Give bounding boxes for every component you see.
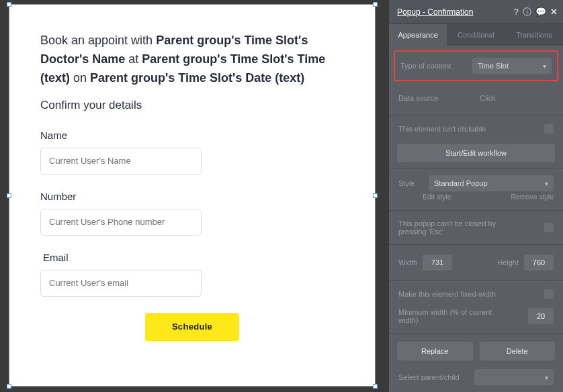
not-clickable-checkbox[interactable]	[544, 124, 554, 134]
divider	[389, 168, 563, 168]
resize-handle[interactable]	[7, 193, 11, 198]
fixed-width-checkbox[interactable]	[544, 289, 554, 299]
fixed-width-label: Make this element fixed-width	[398, 290, 496, 298]
chevron-down-icon: ▾	[543, 62, 546, 70]
panel-header-icons: ? ⓘ 💬 ✕	[514, 6, 558, 18]
type-of-content-value: Time Slot	[478, 62, 509, 70]
popup-heading: Book an appoint with Parent group's Time…	[40, 32, 344, 88]
field-email: Email	[40, 252, 344, 297]
not-clickable-label: This element isn't clickable	[398, 125, 486, 133]
select-parent-row: Select parent/child ▾	[389, 364, 563, 390]
esc-label: This popup can't be closed by pressing '…	[398, 219, 519, 236]
property-panel: Popup - Confirmation ? ⓘ 💬 ✕ Appearance …	[389, 0, 563, 392]
type-of-content-select[interactable]: Time Slot ▾	[472, 58, 552, 74]
type-of-content-row: Type of content Time Slot ▾	[394, 50, 558, 81]
style-links: Edit style Remove style	[389, 193, 563, 206]
edit-style-link[interactable]: Edit style	[423, 193, 451, 201]
style-select[interactable]: Standard Popup ▾	[429, 175, 554, 191]
min-width-row: Minimum width (% of current width)	[389, 303, 563, 329]
panel-title[interactable]: Popup - Confirmation	[397, 7, 514, 17]
name-input[interactable]	[40, 148, 202, 175]
field-name: Name	[40, 130, 344, 175]
divider	[389, 333, 563, 334]
data-source-label: Data source	[398, 94, 438, 102]
resize-handle[interactable]	[7, 384, 11, 389]
panel-tabs: Appearance Conditional Transitions	[389, 24, 563, 46]
resize-handle[interactable]	[7, 2, 11, 7]
heading-at: at	[125, 52, 142, 66]
tab-appearance[interactable]: Appearance	[389, 24, 447, 46]
divider	[389, 210, 563, 211]
height-input[interactable]	[524, 254, 554, 271]
divider	[389, 244, 563, 245]
data-source-value[interactable]: Click	[474, 90, 554, 106]
schedule-button[interactable]: Schedule	[145, 313, 239, 341]
resize-handle[interactable]	[373, 384, 378, 389]
heading-on: on	[70, 71, 90, 85]
number-input[interactable]	[40, 209, 202, 236]
tab-transitions[interactable]: Transitions	[505, 24, 563, 46]
help-icon[interactable]: ?	[514, 7, 519, 17]
editor-stage: Book an appoint with Parent group's Time…	[0, 0, 563, 392]
min-width-input[interactable]	[528, 308, 554, 324]
resize-handle[interactable]	[373, 2, 378, 7]
resize-handle[interactable]	[373, 193, 378, 198]
not-clickable-row: This element isn't clickable	[389, 119, 563, 138]
start-edit-workflow-button[interactable]: Start/Edit workflow	[397, 144, 555, 162]
close-icon[interactable]: ✕	[550, 7, 558, 17]
email-input[interactable]	[40, 270, 202, 297]
fixed-width-row: Make this element fixed-width	[389, 285, 563, 303]
data-source-row: Data source Click	[389, 85, 563, 111]
remove-style-link[interactable]: Remove style	[511, 193, 554, 201]
info-icon[interactable]: ⓘ	[523, 6, 531, 18]
type-of-content-label: Type of content	[400, 62, 451, 70]
replace-button[interactable]: Replace	[397, 342, 473, 360]
popup-inner: Book an appoint with Parent group's Time…	[9, 5, 375, 348]
popup-subheading: Confirm your details	[40, 99, 344, 112]
heading-prefix: Book an appoint with	[40, 34, 156, 47]
divider	[389, 115, 563, 115]
select-parent-select[interactable]: ▾	[474, 369, 554, 385]
min-width-label: Minimum width (% of current width)	[398, 308, 513, 324]
panel-body: Type of content Time Slot ▾ Data source …	[389, 50, 563, 392]
heading-date: Parent group's Time Slot's Date (text)	[90, 71, 304, 85]
comment-icon[interactable]: 💬	[535, 7, 546, 17]
email-label: Email	[40, 252, 344, 263]
replace-delete-row: Replace Delete	[389, 338, 563, 364]
style-value: Standard Popup	[434, 179, 488, 187]
name-label: Name	[40, 130, 344, 141]
select-parent-label: Select parent/child	[398, 373, 460, 381]
tab-conditional[interactable]: Conditional	[447, 24, 505, 46]
panel-header: Popup - Confirmation ? ⓘ 💬 ✕	[389, 0, 563, 24]
delete-button[interactable]: Delete	[480, 342, 556, 360]
chevron-down-icon: ▾	[545, 374, 548, 381]
width-input[interactable]	[423, 254, 452, 271]
style-row: Style Standard Popup ▾	[389, 173, 563, 193]
esc-checkbox[interactable]	[544, 223, 554, 232]
field-number: Number	[40, 191, 344, 236]
number-label: Number	[40, 191, 344, 202]
esc-row: This popup can't be closed by pressing '…	[389, 215, 563, 240]
popup-canvas[interactable]: Book an appoint with Parent group's Time…	[9, 4, 376, 387]
chevron-down-icon: ▾	[545, 180, 548, 187]
style-label: Style	[398, 179, 415, 187]
divider	[389, 280, 563, 281]
height-label: Height	[497, 258, 519, 266]
width-label: Width	[398, 258, 417, 266]
dimensions-row: Width Height	[389, 249, 563, 276]
